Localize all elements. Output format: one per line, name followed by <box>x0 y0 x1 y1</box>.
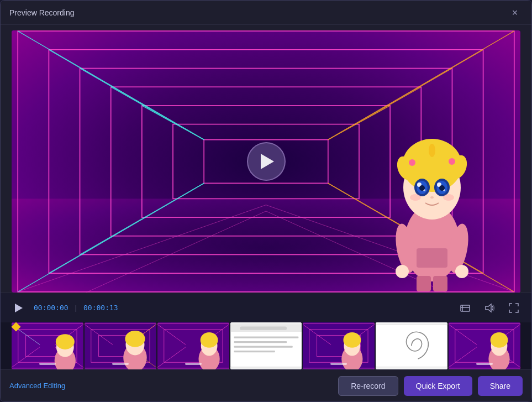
thumb-bar-1 <box>39 363 56 365</box>
bottom-bar: Advanced Editing Re-record Quick Export … <box>1 369 531 401</box>
svg-rect-58 <box>417 276 431 291</box>
crop-icon[interactable] <box>456 299 474 317</box>
thumb-bg-6 <box>376 322 447 369</box>
share-button[interactable]: Share <box>478 376 523 396</box>
play-icon <box>261 154 274 169</box>
thumb-bar-7 <box>476 363 493 365</box>
svg-rect-59 <box>433 276 447 291</box>
svg-point-36 <box>429 144 435 157</box>
thumb-bar-2 <box>112 363 129 365</box>
thumbnail-7[interactable] <box>449 322 520 369</box>
volume-icon[interactable] <box>481 299 498 317</box>
total-time: 00:00:13 <box>83 304 118 312</box>
advanced-editing-link[interactable]: Advanced Editing <box>9 382 65 390</box>
timeline-strip <box>1 322 531 369</box>
svg-point-87 <box>125 331 145 347</box>
video-player[interactable] <box>12 30 520 293</box>
svg-rect-102 <box>234 341 287 343</box>
thumbnail-4[interactable] <box>230 322 302 369</box>
svg-point-76 <box>56 334 75 349</box>
thumbnail-6[interactable] <box>376 322 447 369</box>
scrubber-diamond <box>12 322 21 331</box>
svg-rect-30 <box>417 248 447 268</box>
current-time: 00:00:00 <box>34 304 69 312</box>
play-button[interactable] <box>247 142 286 181</box>
thumb-bar-3 <box>185 363 202 365</box>
play-pause-button[interactable] <box>9 299 27 317</box>
thumb-bar-5 <box>330 363 347 365</box>
action-buttons: Re-record Quick Export Share <box>338 376 523 396</box>
thumb-bg-4 <box>230 322 302 369</box>
svg-point-50 <box>439 185 445 191</box>
svg-point-56 <box>396 265 409 278</box>
thumbnail-1[interactable] <box>12 322 83 369</box>
svg-point-51 <box>430 196 434 199</box>
rerecord-button[interactable]: Re-record <box>338 376 398 396</box>
thumbnail-5[interactable] <box>303 322 375 369</box>
svg-point-125 <box>491 332 508 348</box>
close-button[interactable]: × <box>507 5 523 20</box>
play-small-icon <box>15 304 23 312</box>
svg-rect-103 <box>234 346 292 348</box>
svg-point-53 <box>443 194 454 201</box>
svg-rect-100 <box>240 326 287 330</box>
svg-point-52 <box>410 194 421 201</box>
quick-export-button[interactable]: Quick Export <box>404 376 472 396</box>
time-separator: | <box>75 304 77 312</box>
svg-marker-63 <box>486 304 491 312</box>
timeline-scrubber[interactable] <box>12 322 20 331</box>
svg-point-49 <box>419 185 425 191</box>
svg-rect-104 <box>234 351 275 352</box>
svg-point-113 <box>344 332 361 348</box>
svg-rect-101 <box>234 337 298 338</box>
anime-character <box>377 116 487 293</box>
thumbnail-2[interactable] <box>85 322 156 369</box>
svg-point-39 <box>409 159 415 166</box>
preview-recording-window: Preview Recording × <box>0 0 532 402</box>
titlebar: Preview Recording × <box>1 1 531 25</box>
svg-point-96 <box>200 332 218 348</box>
window-title: Preview Recording <box>9 8 75 17</box>
fullscreen-icon[interactable] <box>505 299 523 317</box>
controls-bar: 00:00:00 | 00:00:13 <box>1 293 531 322</box>
svg-point-40 <box>449 158 455 165</box>
svg-point-57 <box>455 265 468 278</box>
thumbnail-3[interactable] <box>157 322 229 369</box>
